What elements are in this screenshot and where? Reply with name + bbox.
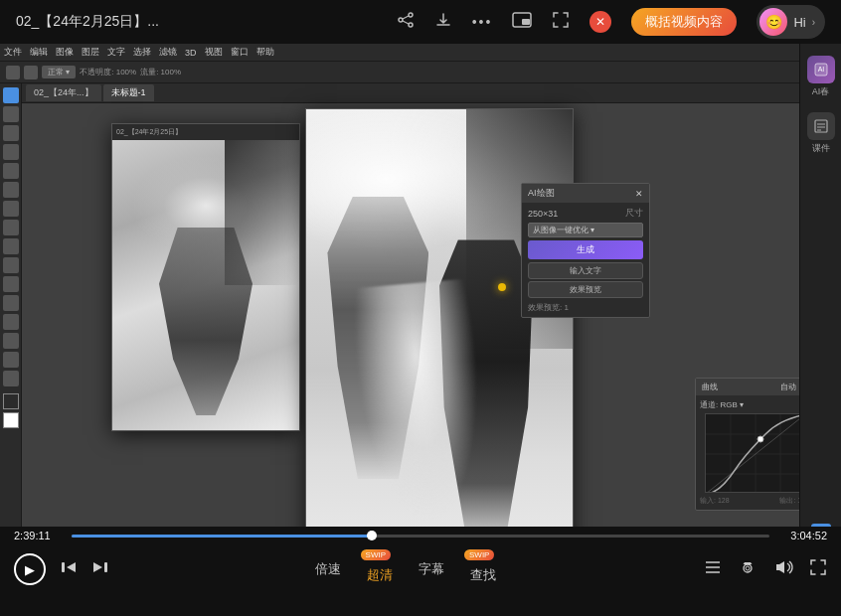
ai-panel-header: AI绘图 ✕ (522, 184, 649, 203)
bottom-controls: 2:39:11 3:04:52 ▶ (0, 527, 841, 616)
ps-menu-select[interactable]: 选择 (133, 46, 151, 59)
ps-tab-1[interactable]: 02_【24年...】 (26, 84, 101, 101)
tool-text[interactable] (3, 314, 19, 330)
ps-toolbar-top: 正常 ▾ 不透明度: 100% 流量: 100% 平滑: 10% (0, 62, 841, 83)
ps-menu-window[interactable]: 窗口 (231, 46, 249, 59)
ai-float-panel: AI绘图 ✕ 250×31 尺寸 从图像一键优化 ▾ (521, 183, 650, 318)
svg-text:AI: AI (817, 66, 824, 73)
svg-point-26 (744, 564, 752, 572)
artwork-window-titlebar: 02_【24年2月25日】 (112, 124, 299, 140)
progress-fill (72, 535, 372, 538)
download-icon[interactable] (434, 11, 452, 33)
ps-menu-filter[interactable]: 滤镜 (159, 46, 177, 59)
tool-spot-heal[interactable] (3, 182, 19, 198)
curves-input: 输入: 128 (700, 496, 730, 506)
curves-header: 曲线 自动 ⚙ (696, 379, 813, 395)
tool-eyedropper[interactable] (3, 163, 19, 179)
ai-text-btn[interactable]: 输入文字 (528, 262, 643, 279)
curves-graph[interactable] (705, 413, 804, 493)
ps-workspace: 02_【24年...】 未标题-1 02_【24年2月25日】 (0, 83, 841, 570)
ps-menu-view[interactable]: 视图 (205, 46, 223, 59)
curves-values: 输入: 128 输出: 140 (700, 496, 809, 506)
curves-title: 曲线 (702, 382, 718, 392)
ctrl-left: ▶ (14, 553, 109, 585)
ai-dropdown-label: 从图像一键优化 (533, 225, 589, 235)
ps-artworks: 02_【24年2月25日】 (22, 103, 819, 570)
search-button[interactable]: 查找 (470, 566, 496, 584)
ps-menu-edit[interactable]: 编辑 (30, 46, 48, 59)
pip-icon[interactable] (512, 11, 532, 33)
camera-icon[interactable] (738, 559, 757, 579)
foreground-color[interactable] (3, 393, 19, 409)
tool-dodge[interactable] (3, 276, 19, 292)
ai-row1-val: 尺寸 (625, 207, 643, 220)
hi-label: Hi (793, 15, 805, 30)
ps-menu-image[interactable]: 图像 (56, 46, 74, 59)
tool-select[interactable] (3, 106, 19, 122)
ps-tool-panel (0, 83, 22, 570)
list-icon[interactable] (704, 560, 722, 578)
background-color[interactable] (3, 412, 19, 428)
tool-zoom[interactable] (3, 371, 19, 386)
tool-lasso[interactable] (3, 125, 19, 141)
ctrl-right (704, 558, 827, 580)
close-icon: ✕ (595, 15, 605, 29)
curves-body: 通道: RGB ▾ (696, 395, 813, 510)
controls-row: ▶ 倍速 SWIP 超清 字幕 S (0, 544, 841, 594)
curves-panel: 曲线 自动 ⚙ 通道: RGB ▾ (695, 378, 814, 511)
play-icon: ▶ (25, 562, 35, 577)
play-button[interactable]: ▶ (14, 553, 46, 585)
avatar-emoji: 😊 (765, 14, 782, 30)
close-button[interactable]: ✕ (589, 11, 611, 33)
more-icon[interactable]: ••• (472, 14, 493, 30)
chevron-icon: › (812, 17, 815, 28)
video-title: 02_【24年2月25日】... (16, 13, 381, 31)
volume-icon[interactable] (773, 559, 793, 579)
ai-item-aispring[interactable]: AI AI春 (803, 52, 839, 102)
tool-brush[interactable] (3, 201, 19, 217)
tool-hand[interactable] (3, 352, 19, 368)
artwork-content-left (112, 140, 299, 430)
next-button[interactable] (91, 558, 109, 580)
tool-shape[interactable] (3, 333, 19, 349)
ai-generate-button[interactable]: 生成 (528, 240, 643, 259)
fullscreen-icon[interactable] (552, 11, 570, 33)
current-time: 2:39:11 (14, 530, 64, 541)
ps-menu-text[interactable]: 文字 (107, 46, 125, 59)
tool-eraser[interactable] (3, 238, 19, 254)
ai-info-text: 效果预览: 1 (528, 302, 643, 313)
courseware-label: 课件 (812, 142, 830, 155)
quality-button[interactable]: 超清 (367, 566, 393, 584)
avatar-area[interactable]: 😊 Hi › (757, 5, 825, 39)
tool-clone[interactable] (3, 220, 19, 235)
svg-point-2 (409, 23, 413, 27)
ai-item-courseware[interactable]: 课件 (803, 108, 839, 159)
subtitle-button[interactable]: 字幕 (419, 560, 444, 578)
ai-panel-close[interactable]: ✕ (635, 189, 643, 199)
ps-menu-3d[interactable]: 3D (185, 48, 197, 58)
speed-button[interactable]: 倍速 (315, 560, 341, 578)
curves-auto[interactable]: 自动 (780, 382, 796, 392)
tool-crop[interactable] (3, 144, 19, 160)
ps-menu-help[interactable]: 帮助 (256, 46, 274, 59)
ai-dropdown-arrow: ▾ (590, 226, 594, 234)
artwork-content-right (306, 109, 573, 544)
svg-point-27 (746, 566, 750, 570)
tool-gradient[interactable] (3, 257, 19, 273)
quality-wrapper: SWIP 超清 (365, 555, 395, 584)
ai-text-btn2[interactable]: 效果预览 (528, 281, 643, 298)
share-icon[interactable] (397, 11, 415, 33)
ai-dropdown[interactable]: 从图像一键优化 ▾ (528, 223, 643, 237)
fullscreen-expand-icon[interactable] (809, 558, 827, 580)
tool-pen[interactable] (3, 295, 19, 311)
ps-menu-file[interactable]: 文件 (4, 46, 22, 59)
prev-button[interactable] (60, 558, 78, 580)
highlight-button[interactable]: 概括视频内容 (631, 8, 737, 36)
ps-menu-layer[interactable]: 图层 (82, 46, 99, 59)
tool-move[interactable] (3, 87, 19, 103)
ps-tab-2[interactable]: 未标题-1 (103, 84, 154, 101)
progress-track[interactable] (72, 535, 769, 538)
ai-panel-title: AI绘图 (528, 187, 555, 200)
end-time: 3:04:52 (777, 530, 827, 541)
courseware-icon (807, 112, 835, 140)
